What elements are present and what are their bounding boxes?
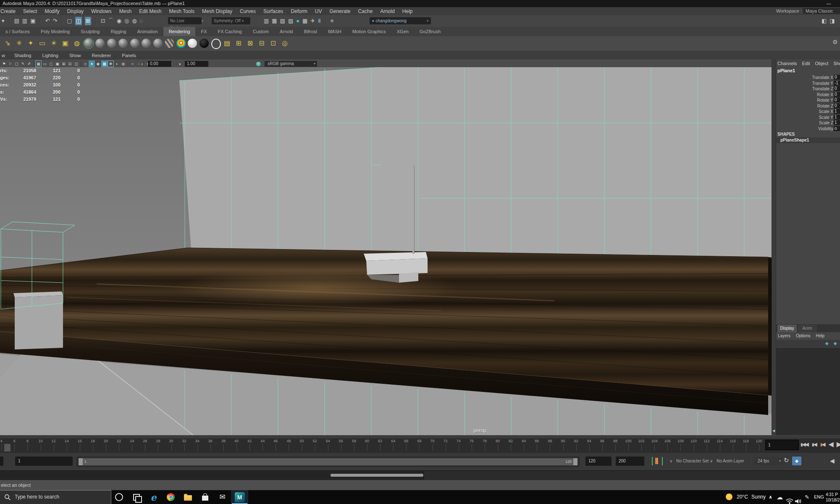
viewport-pin-icon[interactable]: ⚐ (7, 60, 13, 67)
ipr-render-icon[interactable]: ▦ (272, 17, 277, 25)
menu-display[interactable]: Display (63, 8, 87, 16)
menu-windows[interactable]: Windows (87, 8, 116, 16)
layered-shader-icon[interactable] (153, 38, 163, 48)
snap-projected-center-icon[interactable]: ◎ (124, 17, 129, 25)
tab-anim[interactable]: Anim (798, 325, 817, 332)
attribute-value-field[interactable]: 1 (834, 120, 840, 125)
safe-title-icon[interactable]: ◫ (73, 60, 79, 67)
symmetry-dropdown[interactable]: Symmetry: Off (212, 17, 250, 24)
layer-menu-help[interactable]: Help (816, 333, 824, 339)
motion-blur-icon[interactable]: ≈ (129, 60, 136, 67)
live-surface-field[interactable]: No Live Surface (168, 17, 202, 24)
shading-map-icon[interactable] (176, 38, 186, 48)
batch-render-icon[interactable]: ⊞ (234, 38, 244, 48)
shaded-mode-icon[interactable]: ● (89, 60, 95, 67)
resolution-gate-icon[interactable]: ◻ (48, 60, 54, 67)
render-settings-icon[interactable]: ▨ (288, 17, 293, 25)
pen-icon[interactable]: ✎ (805, 490, 809, 504)
play-forwards-button[interactable]: ▶ (837, 440, 840, 448)
menu-cache[interactable]: Cache (354, 8, 376, 16)
make-live-icon[interactable]: ◌ (140, 17, 143, 25)
weather-sun-icon[interactable] (726, 494, 732, 500)
gate-mask-icon[interactable]: ▣ (54, 60, 60, 67)
shelf-gear-icon[interactable]: ⚙ (832, 39, 838, 45)
anim-layer-arrow-icon[interactable]: ∨ (710, 457, 713, 465)
search-input[interactable]: Type here to search (0, 490, 111, 504)
panel-menu-shading[interactable]: Shading (14, 51, 31, 60)
field-chart-icon[interactable]: ⊞ (60, 60, 67, 67)
minimize-button[interactable]: — (822, 0, 835, 7)
chrome-icon[interactable] (162, 490, 179, 504)
file-explorer-icon[interactable] (179, 490, 197, 504)
shelf-tab-motion-graphics[interactable]: Motion Graphics (347, 27, 391, 36)
menu-uv[interactable]: UV (311, 8, 326, 16)
attribute-value-field[interactable]: 1 (834, 109, 840, 114)
command-line[interactable] (0, 470, 840, 480)
light-shader-icon[interactable] (210, 38, 220, 48)
open-scene-icon[interactable]: ▥ (22, 17, 27, 25)
safe-action-icon[interactable]: ⊡ (67, 60, 73, 67)
layer-sort-icon[interactable]: ◈ (834, 341, 837, 346)
clock[interactable]: 4:31 P 10/18/2 (826, 490, 840, 504)
area-light-icon[interactable]: ▭ (37, 38, 47, 48)
ambient-light-icon[interactable]: ☀ (49, 38, 59, 48)
shelf-tab-fx[interactable]: FX (195, 27, 212, 36)
select-hierarchy-icon[interactable]: ▢ (67, 17, 72, 25)
store-icon[interactable] (197, 490, 214, 504)
shelf-tab-animation[interactable]: Animation (132, 27, 163, 36)
gamma-field[interactable]: 1.00 (185, 61, 208, 67)
edge-icon[interactable]: e (145, 490, 162, 504)
character-set-dropdown[interactable]: No Character Set (676, 457, 709, 465)
directional-light-icon[interactable]: ⇘ (3, 38, 13, 48)
grid-toggle-icon[interactable]: ▦ (35, 60, 42, 67)
arnold-renderview-icon[interactable]: ✈ (310, 17, 315, 25)
menu-modify[interactable]: Modify (41, 8, 63, 16)
shelf-tab-sculpting[interactable]: Sculpting (75, 27, 105, 36)
task-view-icon[interactable] (128, 490, 145, 504)
workspace-selector[interactable]: Maya Classic (803, 8, 840, 14)
snap-view-plane-icon[interactable]: ◍ (132, 17, 136, 25)
new-scene-icon[interactable]: ▤ (14, 17, 19, 25)
ramp-shader-icon[interactable] (164, 38, 174, 48)
step-back-frame-button[interactable]: ▮◀ (812, 441, 816, 447)
playback-end-field[interactable]: 120 (585, 457, 612, 466)
point-light-icon[interactable]: ✳ (14, 38, 24, 48)
phong-e-material-icon[interactable] (130, 38, 140, 48)
anisotropic-material-icon[interactable] (141, 38, 151, 48)
use-background-icon[interactable] (199, 38, 209, 48)
divider-arrow-icon[interactable]: ◀ (772, 429, 775, 433)
speaker-icon[interactable] (795, 494, 802, 504)
animation-end-field[interactable]: 200 (616, 457, 644, 466)
auto-keyframe-toggle[interactable]: ◆ (792, 457, 801, 465)
live-surface-arrow-icon[interactable]: ∨ (201, 19, 204, 23)
cancel-batch-render-icon[interactable]: ⊠ (245, 38, 255, 48)
channel-menu-show[interactable]: Show (833, 60, 840, 67)
shelf-tab-gozbrush[interactable]: GoZBrush (414, 27, 446, 36)
channel-menu-object[interactable]: Object (815, 60, 828, 67)
shelf-tab-arnold[interactable]: Arnold (274, 27, 299, 36)
snap-point-icon[interactable]: ◉ (117, 17, 121, 25)
character-set-arrow-icon[interactable]: ∨ (669, 457, 672, 465)
volume-light-icon[interactable]: ▣ (60, 38, 71, 48)
panel-menu-lighting[interactable]: Lighting (42, 51, 58, 60)
menu-arnold[interactable]: Arnold (376, 8, 399, 16)
shelf-tab-rigging[interactable]: Rigging (105, 27, 131, 36)
attribute-value-field[interactable]: 0 (834, 103, 840, 108)
menu-surfaces[interactable]: Surfaces (260, 8, 287, 16)
fps-dropdown[interactable]: 24 fps ▾ (754, 457, 783, 465)
colorspace-dropdown[interactable]: sRGB gamma ▾ (265, 61, 317, 67)
channel-menu-channels[interactable]: Channels (777, 60, 797, 67)
shelf-tab-custom[interactable]: Custom (247, 27, 274, 36)
attribute-value-field[interactable]: 0 (834, 86, 840, 91)
occlusion-icon[interactable]: ◍ (120, 60, 126, 67)
select-component-icon[interactable]: ⊞ (85, 17, 91, 25)
scrollbar-thumb[interactable] (331, 474, 423, 477)
maya-icon[interactable]: M (231, 490, 248, 504)
range-end-handle[interactable] (573, 458, 578, 465)
shape-node-row[interactable]: pPlaneShape1 (776, 137, 840, 143)
surface-shader-icon[interactable] (187, 38, 197, 48)
mail-icon[interactable]: ✉ (214, 490, 231, 504)
weather-temp[interactable]: 20°C (737, 490, 748, 504)
lambert-material-icon[interactable] (95, 38, 105, 48)
panel-menu-show[interactable]: Show (69, 51, 81, 60)
